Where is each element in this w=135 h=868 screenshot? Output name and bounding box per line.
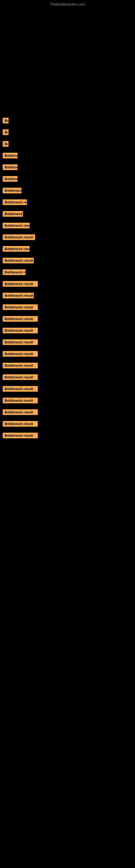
- result-label: Bottleneck result: [3, 409, 38, 415]
- result-label: Bottleneck result: [3, 164, 17, 170]
- result-label: Bottleneck result: [3, 351, 38, 357]
- result-label: Bottleneck result: [3, 188, 21, 193]
- site-title: TheBottlenecker.com: [0, 0, 135, 8]
- site-header: TheBottlenecker.com: [0, 0, 135, 111]
- result-item: Bottleneck result: [0, 221, 135, 231]
- result-label: Bottleneck result: [3, 211, 23, 217]
- result-item: Bottleneck result: [0, 373, 135, 383]
- result-label: Bottleneck result: [3, 293, 34, 299]
- result-item: Bottleneck result: [0, 163, 135, 173]
- result-item: Bottleneck result: [0, 408, 135, 418]
- result-item: Bottleneck result: [0, 198, 135, 208]
- result-item: Bottleneck result: [0, 233, 135, 243]
- result-item: Bottleneck result: [0, 396, 135, 406]
- result-label: Bottleneck result: [3, 363, 38, 368]
- result-label: Bottleneck result: [3, 398, 38, 403]
- result-label: Bottleneck result: [3, 281, 38, 287]
- result-label: Bottleneck result: [3, 374, 38, 380]
- result-label: Bottleneck result: [3, 386, 38, 392]
- result-label: Bottleneck result: [3, 246, 30, 252]
- results-container: Bottleneck resultBottleneck resultBottle…: [0, 116, 135, 441]
- result-item: Bottleneck result: [0, 175, 135, 184]
- result-label: Bottleneck result: [3, 199, 27, 205]
- result-item: Bottleneck result: [0, 279, 135, 289]
- result-item: Bottleneck result: [0, 361, 135, 371]
- result-item: Bottleneck result: [0, 128, 135, 138]
- result-label: Bottleneck result: [3, 304, 38, 310]
- result-item: Bottleneck result: [0, 140, 135, 150]
- result-item: Bottleneck result: [0, 431, 135, 441]
- result-label: Bottleneck result: [3, 129, 9, 135]
- top-section: [0, 8, 135, 111]
- result-item: Bottleneck result: [0, 268, 135, 278]
- result-label: Bottleneck result: [3, 433, 38, 438]
- result-item: Bottleneck result: [0, 244, 135, 254]
- result-item: Bottleneck result: [0, 303, 135, 313]
- result-label: Bottleneck result: [3, 269, 26, 275]
- result-label: Bottleneck result: [3, 141, 9, 147]
- result-label: Bottleneck result: [3, 118, 9, 123]
- result-label: Bottleneck result: [3, 339, 38, 345]
- result-label: Bottleneck result: [3, 153, 17, 158]
- result-label: Bottleneck result: [3, 235, 35, 240]
- result-item: Bottleneck result: [0, 326, 135, 336]
- result-label: Bottleneck result: [3, 316, 38, 322]
- result-item: Bottleneck result: [0, 256, 135, 266]
- result-label: Bottleneck result: [3, 328, 38, 333]
- result-label: Bottleneck result: [3, 176, 17, 182]
- result-item: Bottleneck result: [0, 209, 135, 219]
- result-item: Bottleneck result: [0, 338, 135, 348]
- result-label: Bottleneck result: [3, 223, 30, 228]
- result-item: Bottleneck result: [0, 116, 135, 126]
- result-item: Bottleneck result: [0, 349, 135, 360]
- result-label: Bottleneck result: [3, 258, 34, 264]
- result-item: Bottleneck result: [0, 291, 135, 301]
- result-label: Bottleneck result: [3, 421, 38, 427]
- result-item: Bottleneck result: [0, 384, 135, 394]
- result-item: Bottleneck result: [0, 420, 135, 429]
- result-item: Bottleneck result: [0, 314, 135, 324]
- result-item: Bottleneck result: [0, 186, 135, 196]
- result-item: Bottleneck result: [0, 151, 135, 161]
